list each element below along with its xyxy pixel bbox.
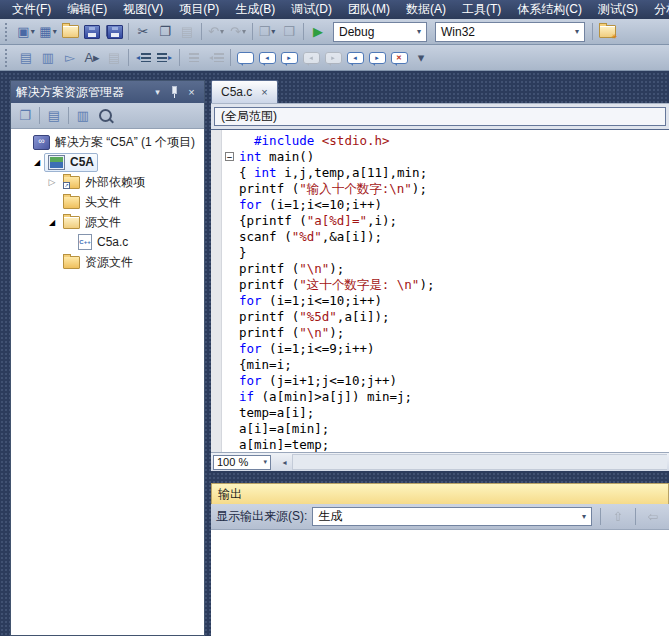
- output-content[interactable]: [211, 530, 669, 636]
- navigate-forward-button[interactable]: ❒: [279, 22, 299, 42]
- previous-comment-in-file-button[interactable]: ◂: [301, 48, 321, 68]
- goto-previous-message-button[interactable]: ⇧: [608, 507, 628, 527]
- cut-button[interactable]: ✂: [133, 22, 153, 42]
- tree-item[interactable]: ∞解决方案 “C5A” (1 个项目): [11, 132, 204, 152]
- save-all-button[interactable]: [104, 22, 124, 42]
- complete-word-button[interactable]: A▸: [82, 48, 102, 68]
- next-annotation-button[interactable]: ▸: [367, 48, 387, 68]
- menu-item[interactable]: 调试(D): [283, 0, 340, 19]
- close-icon[interactable]: ×: [184, 86, 199, 98]
- quick-info-button[interactable]: ▻: [60, 48, 80, 68]
- find-in-files-button[interactable]: ✳: [597, 22, 617, 42]
- tree-expander-icon[interactable]: ▷: [45, 177, 59, 187]
- menu-item[interactable]: 体系结构(C): [509, 0, 590, 19]
- copy-button[interactable]: ❐: [155, 22, 175, 42]
- solution-platforms-combo[interactable]: Win32▾: [435, 22, 585, 42]
- menu-item[interactable]: 视图(V): [115, 0, 171, 19]
- code-line[interactable]: for (i=1;i<=9;i++): [211, 341, 669, 357]
- code-line[interactable]: for (j=i+1;j<=10;j++): [211, 373, 669, 389]
- tree-item[interactable]: ◢源文件: [11, 212, 204, 232]
- parameter-info-button[interactable]: ▥: [38, 48, 58, 68]
- goto-related-message-button[interactable]: ⇦: [643, 507, 663, 527]
- new-comment-button[interactable]: [235, 48, 255, 68]
- code-line[interactable]: {min=i;: [211, 357, 669, 373]
- member-list-button[interactable]: ▤: [16, 48, 36, 68]
- previous-comment-button[interactable]: ◂: [257, 48, 277, 68]
- zoom-combo[interactable]: 100 % ▾: [213, 455, 271, 470]
- decrease-indent-button[interactable]: ◂: [133, 48, 153, 68]
- code-editor[interactable]: #include <stdio.h>−int main(){ int i,j,t…: [211, 130, 669, 452]
- code-line[interactable]: #include <stdio.h>: [211, 133, 669, 149]
- view-outline-button[interactable]: ▥: [73, 106, 93, 126]
- start-debugging-button[interactable]: ▶: [308, 22, 328, 42]
- tab-c5a-c[interactable]: C5a.c ×: [211, 80, 278, 103]
- document-outline-button[interactable]: ▤: [104, 48, 124, 68]
- navigate-backward-button[interactable]: ❒▾: [257, 22, 277, 42]
- indicator-margin[interactable]: [211, 130, 222, 452]
- code-line[interactable]: a[min]=temp;: [211, 437, 669, 452]
- tree-item[interactable]: ▷↗外部依赖项: [11, 172, 204, 192]
- previous-annotation-button[interactable]: ◂: [345, 48, 365, 68]
- paste-button[interactable]: ▤: [177, 22, 197, 42]
- standard-toolbar-grip[interactable]: [5, 23, 12, 41]
- undo-button[interactable]: ↶▾: [206, 22, 226, 42]
- comment-selection-button[interactable]: [184, 48, 204, 68]
- code-line[interactable]: printf ("这十个数字是: \n");: [211, 277, 669, 293]
- tree-item[interactable]: C++C5a.c: [11, 232, 204, 252]
- tree-item[interactable]: 头文件: [11, 192, 204, 212]
- increase-indent-button[interactable]: ▸: [155, 48, 175, 68]
- code-line[interactable]: {printf ("a[%d]=",i);: [211, 213, 669, 229]
- output-source-combo[interactable]: 生成 ▾: [312, 507, 592, 526]
- text-editor-toolbar-grip[interactable]: [5, 49, 12, 67]
- collapse-region-icon[interactable]: −: [225, 152, 234, 161]
- next-comment-button[interactable]: ▸: [279, 48, 299, 68]
- tree-expander-icon[interactable]: ◢: [30, 158, 44, 167]
- code-line[interactable]: a[i]=a[min];: [211, 421, 669, 437]
- uncomment-selection-button[interactable]: ◂: [206, 48, 226, 68]
- class-view-button[interactable]: [95, 106, 115, 126]
- redo-button[interactable]: ↷▾: [228, 22, 248, 42]
- menu-item[interactable]: 数据(A): [398, 0, 454, 19]
- menu-item[interactable]: 编辑(E): [59, 0, 115, 19]
- output-titlebar[interactable]: 输出: [211, 483, 669, 504]
- window-position-icon[interactable]: ▾: [150, 87, 165, 97]
- open-file-button[interactable]: [60, 22, 80, 42]
- code-line[interactable]: printf ("%5d",a[i]);: [211, 309, 669, 325]
- menu-item[interactable]: 团队(M): [340, 0, 398, 19]
- code-line[interactable]: for (i=1;i<=10;i++): [211, 197, 669, 213]
- menu-item[interactable]: 生成(B): [227, 0, 283, 19]
- pin-icon[interactable]: [167, 85, 182, 100]
- horizontal-scrollbar[interactable]: [292, 454, 667, 470]
- code-line[interactable]: for (i=1;i<=10;i++): [211, 293, 669, 309]
- menu-item[interactable]: 分析(N): [646, 0, 669, 19]
- next-comment-in-file-button[interactable]: ▸: [323, 48, 343, 68]
- properties-button[interactable]: ❐: [15, 106, 35, 126]
- code-line[interactable]: scanf ("%d",&a[i]);: [211, 229, 669, 245]
- menu-item[interactable]: 项目(P): [171, 0, 227, 19]
- save-button[interactable]: [82, 22, 102, 42]
- tree-expander-icon[interactable]: ◢: [45, 218, 59, 227]
- add-item-button[interactable]: ▦▾: [38, 22, 58, 42]
- show-all-files-button[interactable]: ▤: [44, 106, 64, 126]
- scroll-left-icon[interactable]: ◂: [277, 455, 292, 469]
- code-line[interactable]: printf ("\n");: [211, 261, 669, 277]
- code-line[interactable]: printf ("输入十个数字:\n");: [211, 181, 669, 197]
- solution-configurations-combo[interactable]: Debug▾: [333, 22, 427, 42]
- delete-all-comments-button[interactable]: ✕: [389, 48, 409, 68]
- tree-item[interactable]: 资源文件: [11, 252, 204, 272]
- toolbar-options-button[interactable]: ▾: [411, 48, 431, 68]
- code-line[interactable]: temp=a[i];: [211, 405, 669, 421]
- scope-combo[interactable]: (全局范围): [214, 107, 666, 126]
- menu-item[interactable]: 工具(T): [454, 0, 509, 19]
- menu-item[interactable]: 文件(F): [4, 0, 59, 19]
- code-line[interactable]: if (a[min]>a[j]) min=j;: [211, 389, 669, 405]
- menu-item[interactable]: 测试(S): [590, 0, 646, 19]
- tree-item[interactable]: ◢C5A: [11, 152, 204, 172]
- code-line[interactable]: printf ("\n");: [211, 325, 669, 341]
- tab-close-icon[interactable]: ×: [261, 86, 267, 98]
- solution-explorer-titlebar[interactable]: 解决方案资源管理器 ▾ ×: [11, 81, 204, 103]
- new-project-button[interactable]: ▣▾: [16, 22, 36, 42]
- code-line[interactable]: −int main(): [211, 149, 669, 165]
- code-line[interactable]: { int i,j,temp,a[11],min;: [211, 165, 669, 181]
- code-line[interactable]: }: [211, 245, 669, 261]
